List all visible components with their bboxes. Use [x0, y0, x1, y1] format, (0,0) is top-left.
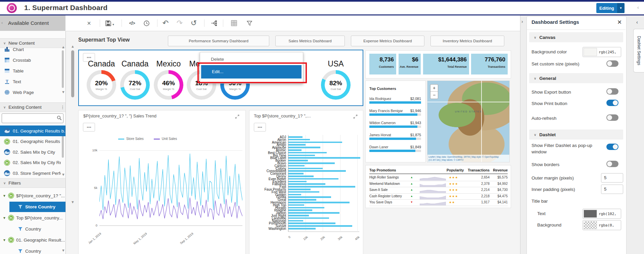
product-bar: [288, 178, 338, 180]
donut-ring: 72%Cust Sat: [120, 70, 150, 100]
map-zoom-out-button[interactable]: −: [430, 92, 438, 98]
map-zoom-in-button[interactable]: +: [430, 85, 438, 92]
save-icon[interactable]: ▼: [105, 19, 115, 28]
filter-group[interactable]: ▼In01. Geographic Result...: [0, 235, 65, 245]
dashlet-menu-button[interactable]: •••: [83, 123, 95, 132]
sidebar-item-table[interactable]: Table: [0, 65, 61, 76]
inner-padding-input[interactable]: 5: [601, 185, 623, 194]
geo-map[interactable]: + − UNITED STATES Leaflet | Map data: Op…: [427, 81, 510, 162]
filter-item-store-country[interactable]: Store Country: [9, 202, 65, 212]
svg-text:In: In: [10, 194, 12, 197]
show-print-toggle[interactable]: [606, 100, 618, 106]
section-dashlet[interactable]: ∨Dashlet: [529, 130, 623, 140]
bar-gridline: [357, 135, 358, 231]
undo-icon[interactable]: ↶: [161, 19, 170, 28]
sidebar-scrollbar[interactable]: [62, 50, 64, 88]
bar-gridline: [306, 135, 306, 231]
nav-expense-metrics-dashboard[interactable]: Expense Metrics Dashboard: [351, 36, 424, 46]
sidebar-item-chart[interactable]: Chart: [0, 44, 61, 55]
scroll-down-icon[interactable]: ▼: [61, 90, 65, 94]
filter-funnel-icon: [18, 205, 22, 209]
expand-icon[interactable]: [353, 114, 358, 120]
panel-expand-icon[interactable]: ›: [521, 19, 523, 24]
filter-icon[interactable]: [245, 19, 254, 28]
donut-kpi-2: Mexico46%Margin %: [150, 59, 187, 100]
kebab-menu-icon[interactable]: ⋮: [60, 105, 65, 110]
kpi-transactions: 776,760Transactions: [471, 54, 508, 74]
existing-content-item[interactable]: 02. Sales Mix by City: [0, 147, 61, 157]
report-icon: In: [8, 193, 14, 199]
content-search-input[interactable]: [3, 114, 55, 122]
scroll-up-icon[interactable]: ▲: [61, 45, 65, 49]
top-promotions-title: Top Promotions: [369, 168, 396, 172]
dashlet-menu-button[interactable]: •••: [254, 123, 266, 132]
promotion-revenue: $4,475: [488, 194, 508, 198]
existing-content-item[interactable]: 01. Geographic Results b...: [0, 125, 65, 136]
filter-item-country[interactable]: Country: [9, 224, 65, 234]
expand-icon[interactable]: [235, 114, 239, 120]
show-export-toggle[interactable]: [606, 88, 618, 95]
sidebar-item-crosstab[interactable]: Crosstab: [0, 55, 61, 65]
nav-inventory-metrics-dashboard[interactable]: Inventory Metrics Dashboard: [430, 36, 504, 46]
existing-content-item[interactable]: In02. Sales Mix by City Report: [0, 157, 61, 168]
color-swatch[interactable]: [584, 210, 597, 218]
nav-sales-metrics-dashboard[interactable]: Sales Metrics Dashboard: [275, 36, 345, 46]
filter-group[interactable]: ▼In$P{store_country_1? "...: [0, 190, 65, 201]
canvas-scroll-down-icon[interactable]: ▼: [71, 200, 75, 204]
color-swatch[interactable]: [584, 48, 597, 56]
tree-expander-icon[interactable]: ▼: [3, 194, 6, 198]
header-collapse-icon[interactable]: ‹: [637, 5, 639, 10]
product-bar-label: Washington: [269, 227, 286, 231]
filter-popup-toggle[interactable]: [606, 144, 618, 150]
section-general[interactable]: ∨General: [529, 73, 623, 83]
nav-performance-summary-dashboard[interactable]: Performance Summary Dashboard: [168, 36, 269, 46]
product-bar: [288, 144, 306, 146]
sidebar-item-web-page[interactable]: Web Page: [0, 87, 61, 98]
section-filters[interactable]: ∨ Filters: [0, 178, 65, 188]
canvas-scroll-up-icon[interactable]: ▲: [71, 44, 75, 48]
map-zoom-control[interactable]: + −: [430, 84, 438, 99]
outer-margin-input[interactable]: 5: [601, 173, 623, 183]
close-icon[interactable]: ×: [85, 19, 93, 28]
report-icon: In: [8, 215, 14, 221]
titlebar-background-color-input[interactable]: rgba(0,: [583, 220, 621, 230]
search-icon[interactable]: [57, 115, 62, 122]
bar-gridline: [340, 135, 340, 231]
auto-refresh-toggle[interactable]: [606, 114, 618, 121]
existing-content-item[interactable]: In01. Geographic Results b...: [0, 136, 61, 147]
section-canvas[interactable]: ∨Canvas: [529, 32, 623, 42]
color-swatch[interactable]: [584, 221, 597, 229]
canvas-scrollbar[interactable]: [71, 50, 74, 97]
tab-dashlet-settings[interactable]: Dashlet Settings: [633, 29, 644, 72]
redo-icon[interactable]: ↷: [175, 19, 184, 28]
editing-button[interactable]: Editing ▼: [596, 3, 625, 13]
custom-size-toggle[interactable]: [606, 60, 618, 67]
grid-icon[interactable]: [230, 19, 238, 28]
history-icon[interactable]: [142, 19, 150, 28]
sidebar-collapse-icon[interactable]: ‹: [1, 20, 3, 25]
scroll-down-icon[interactable]: ▼: [61, 172, 65, 176]
settings-close-icon[interactable]: ✕: [617, 19, 622, 26]
filter-group[interactable]: ▼InTop $P{store_country...: [0, 212, 65, 223]
chevron-down-icon: ∨: [3, 105, 6, 109]
tree-expander-icon[interactable]: ▼: [3, 238, 6, 242]
revert-icon[interactable]: ↺: [189, 19, 198, 28]
customer-name: James Horvat: [369, 133, 391, 137]
settings-title: Dashboard Settings: [532, 19, 579, 25]
chart-icon: [4, 46, 10, 52]
background-color-input[interactable]: rgb(245,: [583, 47, 621, 57]
donut-ring: 20%Margin %: [87, 70, 116, 100]
tree-expander-icon[interactable]: ▼: [3, 216, 6, 220]
existing-content-item[interactable]: 03. Store Segment Perfor: [0, 168, 61, 179]
show-borders-toggle[interactable]: [606, 161, 618, 167]
auto-refresh-label: Auto-refresh: [532, 116, 556, 121]
sidebar-item-text[interactable]: TText: [0, 76, 61, 87]
titlebar-text-color-input[interactable]: rgb(102,: [583, 209, 621, 219]
share-icon[interactable]: [210, 19, 218, 28]
section-existing-content[interactable]: ∨ Existing Content ⋮: [0, 102, 65, 112]
filter-item-country[interactable]: Country: [9, 246, 65, 254]
code-icon[interactable]: </>: [127, 19, 137, 28]
tab-collapse-icon[interactable]: ‹: [636, 19, 638, 25]
inner-padding-label: Inner padding (pixels): [532, 187, 575, 192]
editing-dropdown-caret-icon[interactable]: ▼: [617, 3, 625, 13]
